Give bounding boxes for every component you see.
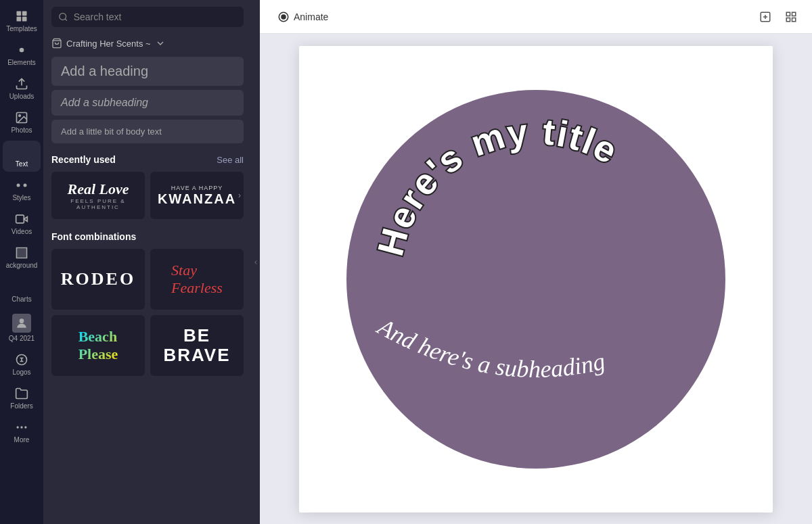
sidebar-item-styles[interactable]: Styles xyxy=(3,174,41,206)
svg-rect-27 xyxy=(786,18,790,21)
recently-used-section: Recently used See all Real Love FEELS PU… xyxy=(43,146,252,223)
sidebar-item-folders[interactable]: Folders xyxy=(3,383,41,414)
font-card-kwanzaa[interactable]: HAVE A HAPPY KWANZAA › xyxy=(150,172,244,219)
new-page-icon xyxy=(759,11,771,23)
svg-point-16 xyxy=(24,426,26,428)
search-bar xyxy=(43,0,252,34)
sidebar-item-videos[interactable]: Videos xyxy=(3,208,41,239)
see-all-button[interactable]: See all xyxy=(217,155,244,165)
panel-scroll: Add a heading Add a subheading Add a lit… xyxy=(43,54,252,524)
grid-view-button[interactable] xyxy=(781,7,801,27)
search-icon xyxy=(58,11,68,22)
svg-point-14 xyxy=(17,426,19,428)
grid-view-icon xyxy=(785,11,797,23)
search-input-wrapper[interactable] xyxy=(51,7,244,27)
recently-used-title: Recently used xyxy=(51,154,116,165)
panel-collapse-handle[interactable] xyxy=(252,0,260,524)
animate-button[interactable]: Animate xyxy=(271,7,335,27)
font-combo-rodeo[interactable]: RODEO xyxy=(51,249,145,310)
canvas-toolbar: Animate xyxy=(260,0,812,34)
new-page-button[interactable] xyxy=(755,7,775,27)
sidebar-item-elements[interactable]: Elements xyxy=(3,39,41,70)
add-heading-button[interactable]: Add a heading xyxy=(51,57,244,86)
font-card-real-love[interactable]: Real Love FEELS PURE & AUTHENTIC xyxy=(51,172,145,219)
font-combo-fearless[interactable]: StayFearless xyxy=(150,249,244,310)
design-circle: Here's my title Here's my title xyxy=(346,90,725,469)
search-input[interactable] xyxy=(74,11,237,22)
font-combinations-title: Font combinations xyxy=(51,231,136,242)
recently-used-header: Recently used See all xyxy=(51,154,244,165)
toolbar-left: Animate xyxy=(271,7,335,27)
sidebar-item-more[interactable]: More xyxy=(3,416,41,448)
sidebar-item-q42021[interactable]: Q4 2021 xyxy=(3,310,41,346)
svg-rect-28 xyxy=(792,18,796,21)
svg-rect-10 xyxy=(16,215,24,223)
font-combo-beach[interactable]: BeachPlease xyxy=(51,315,145,376)
add-subheading-button[interactable]: Add a subheading xyxy=(51,90,244,116)
font-combo-brave[interactable]: BEBRAVE xyxy=(150,315,244,376)
animate-icon xyxy=(277,11,290,23)
svg-point-12 xyxy=(20,318,24,323)
svg-rect-26 xyxy=(792,12,796,16)
svg-text:And here's a subheading: And here's a subheading xyxy=(372,312,608,383)
svg-point-15 xyxy=(20,426,22,428)
sidebar-item-templates[interactable]: Templates xyxy=(3,5,41,37)
svg-point-9 xyxy=(24,184,27,187)
subheading-svg: And here's a subheading xyxy=(346,306,725,442)
svg-rect-1 xyxy=(22,11,27,16)
sidebar-item-uploads[interactable]: Uploads xyxy=(3,73,41,104)
canvas-viewport: Here's my title Here's my title xyxy=(260,34,812,524)
add-body-button[interactable]: Add a little bit of body text xyxy=(51,120,244,143)
sidebar-item-charts[interactable]: Charts xyxy=(3,276,41,307)
sidebar-item-photos[interactable]: Photos xyxy=(3,107,41,138)
sidebar: Templates Elements Uploads Photos Text S… xyxy=(0,0,43,524)
sidebar-item-logos[interactable]: Logos xyxy=(3,349,41,380)
toolbar-right xyxy=(755,7,801,27)
svg-line-18 xyxy=(65,19,67,21)
sidebar-item-text[interactable]: Text xyxy=(3,141,41,172)
recently-used-grid: Real Love FEELS PURE & AUTHENTIC HAVE A … xyxy=(51,172,244,219)
svg-rect-3 xyxy=(22,17,27,22)
sidebar-item-background[interactable]: ackground xyxy=(3,242,41,273)
font-combinations-header: Font combinations xyxy=(51,231,244,242)
text-panel: Crafting Her Scents ~ Add a heading Add … xyxy=(43,0,252,524)
svg-rect-0 xyxy=(17,11,22,16)
svg-point-7 xyxy=(19,115,20,117)
text-options: Add a heading Add a subheading Add a lit… xyxy=(43,54,252,146)
canvas-area: Animate Her xyxy=(260,0,812,524)
svg-point-4 xyxy=(20,48,24,53)
svg-rect-25 xyxy=(786,12,790,16)
svg-point-21 xyxy=(281,15,286,19)
chevron-down-icon xyxy=(155,38,166,49)
brand-bar[interactable]: Crafting Her Scents ~ xyxy=(43,34,252,54)
svg-text:Here's my title: Here's my title xyxy=(369,110,625,259)
font-combinations-grid: RODEO StayFearless BeachPlease BEBRAVE xyxy=(51,249,244,376)
svg-rect-2 xyxy=(17,17,22,22)
canvas-page[interactable]: Here's my title Here's my title xyxy=(299,46,773,513)
svg-point-8 xyxy=(17,184,20,187)
font-combinations-section: Font combinations RODEO StayFearless Bea… xyxy=(43,223,252,380)
shop-icon xyxy=(51,38,62,49)
svg-point-17 xyxy=(60,14,66,20)
